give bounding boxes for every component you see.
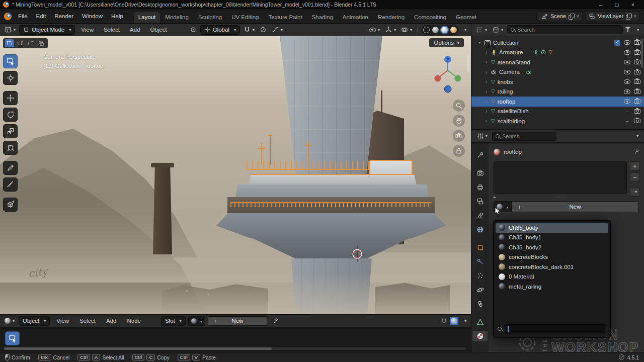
shading-dropdown-button[interactable]: [461, 25, 468, 35]
render-visibility-icon[interactable]: [634, 119, 640, 123]
menu-edit[interactable]: Edit: [32, 12, 50, 21]
outliner-search[interactable]: [507, 25, 623, 34]
tab-modifiers[interactable]: [472, 256, 488, 267]
expand-icon[interactable]: [484, 59, 489, 65]
slot-selector[interactable]: Slot: [161, 316, 186, 326]
snap-node-icon[interactable]: [441, 318, 447, 324]
material-slot-list[interactable]: [494, 161, 627, 194]
transform-pivot-button[interactable]: [188, 25, 198, 35]
add-cube-tool[interactable]: [3, 198, 18, 212]
blender-menu-icon[interactable]: [4, 13, 12, 20]
scene-selector[interactable]: Scene: [538, 11, 583, 21]
shader-node-area[interactable]: [0, 327, 471, 352]
tab-constraints[interactable]: [472, 299, 488, 309]
zoom-button[interactable]: [453, 100, 465, 112]
tab-sculpting[interactable]: Sculpting: [194, 12, 226, 23]
tab-render[interactable]: [472, 168, 488, 178]
tab-animation[interactable]: Animation: [338, 12, 373, 23]
select-set-button[interactable]: [5, 39, 14, 47]
outliner-filter-button[interactable]: [633, 25, 640, 35]
tab-particles[interactable]: [472, 270, 488, 281]
eye-icon[interactable]: [624, 99, 630, 104]
expand-icon[interactable]: [484, 69, 489, 75]
transform-orientation-selector[interactable]: Global: [200, 25, 240, 35]
eye-closed-icon[interactable]: [624, 119, 630, 123]
falloff-button[interactable]: [270, 25, 284, 35]
render-visibility-icon[interactable]: [634, 50, 640, 55]
outliner-item-knobs[interactable]: ▽ knobs: [471, 77, 644, 87]
menu-file[interactable]: File: [14, 12, 32, 21]
shading-material-button[interactable]: [440, 26, 449, 34]
close-button[interactable]: ×: [625, 2, 641, 8]
gizmo-y-axis[interactable]: [455, 75, 461, 82]
tab-view-layer[interactable]: [472, 196, 488, 207]
render-visibility-icon[interactable]: [634, 89, 640, 94]
viewport-3d[interactable]: Camera Perspective (17) Collection | roo…: [0, 36, 471, 314]
eye-icon[interactable]: [624, 60, 630, 64]
material-option-metal-railing[interactable]: metal_railing: [496, 282, 608, 292]
expand-icon[interactable]: [484, 109, 489, 114]
menu-render[interactable]: Render: [50, 12, 77, 21]
shader-menu-select[interactable]: Select: [75, 316, 100, 325]
material-search-input[interactable]: [505, 324, 606, 333]
material-option-concreteblocks[interactable]: concreteBlocks: [496, 252, 608, 262]
tab-tool[interactable]: [472, 150, 488, 160]
rotate-tool[interactable]: [3, 108, 18, 122]
tab-output[interactable]: [472, 182, 488, 193]
viewport-scrollbar[interactable]: [467, 55, 469, 72]
tab-texture-paint[interactable]: Texture Paint: [264, 12, 307, 23]
gizmo-x-axis[interactable]: [435, 75, 441, 82]
overlays-button[interactable]: [399, 25, 414, 35]
outliner-item-satellitedish[interactable]: ▽ satelliteDish: [471, 107, 644, 117]
shader-menu-add[interactable]: Add: [102, 316, 120, 325]
options-button[interactable]: Options: [429, 38, 464, 47]
properties-search-input[interactable]: [502, 133, 553, 139]
minimize-button[interactable]: –: [593, 2, 609, 8]
outliner-item-scalfolding[interactable]: ▽ scalfolding: [471, 116, 644, 126]
tab-geometry-nodes[interactable]: Geomet: [451, 12, 481, 23]
material-option-0-material[interactable]: 0 Material: [496, 272, 608, 282]
menu-add[interactable]: Add: [126, 25, 144, 34]
pin-icon[interactable]: [633, 149, 640, 155]
add-slot-button[interactable]: +: [630, 161, 640, 171]
menu-view[interactable]: View: [77, 25, 98, 34]
outliner-item-rooftop-selected[interactable]: ▽ rooftop: [471, 97, 644, 107]
annotate-tool[interactable]: [3, 161, 18, 175]
panel-grip[interactable]: [494, 194, 627, 201]
outliner-display-mode-button[interactable]: [491, 25, 505, 35]
tab-uv-editing[interactable]: UV Editing: [227, 12, 263, 23]
tab-scene[interactable]: [472, 210, 488, 221]
collection-checkbox[interactable]: [614, 40, 620, 46]
shader-menu-node[interactable]: Node: [123, 316, 145, 325]
material-option-ch35-body2[interactable]: Ch35_body2: [496, 242, 608, 252]
slot-specials-button[interactable]: [630, 187, 640, 197]
shader-select-box-tool[interactable]: [5, 331, 20, 345]
eye-icon[interactable]: [624, 79, 630, 84]
viewlayer-selector[interactable]: ViewLayer: [585, 11, 640, 21]
select-subtract-button[interactable]: [26, 39, 35, 47]
snap-button[interactable]: [242, 25, 256, 35]
material-option-concreteblocks-dark[interactable]: concreteBlocks_dark.001: [496, 262, 608, 272]
outliner-item-camera[interactable]: Camera: [471, 67, 644, 77]
tab-object-data[interactable]: [472, 317, 488, 327]
eye-icon[interactable]: [624, 40, 630, 45]
select-extend-button[interactable]: [16, 39, 25, 47]
outliner-item-railing[interactable]: ▽ railing: [471, 87, 644, 97]
tab-modeling[interactable]: Modeling: [160, 12, 193, 23]
expand-icon[interactable]: [484, 118, 489, 124]
tab-material[interactable]: [472, 331, 488, 341]
editor-type-button[interactable]: [3, 25, 17, 35]
remove-slot-button[interactable]: −: [630, 172, 640, 182]
tab-world[interactable]: [472, 224, 488, 235]
properties-search[interactable]: [492, 132, 556, 141]
filter-icon[interactable]: [625, 27, 631, 32]
shader-browse-material-button[interactable]: [188, 316, 205, 326]
material-option-ch35-body[interactable]: Ch35_body: [496, 223, 608, 233]
eye-icon[interactable]: [624, 89, 630, 94]
material-option-ch35-body1[interactable]: Ch35_body1: [496, 233, 608, 243]
shader-menu-view[interactable]: View: [52, 316, 73, 325]
shading-wireframe-button[interactable]: [422, 26, 431, 34]
lock-view-button[interactable]: [453, 145, 465, 157]
shader-preview-button[interactable]: [450, 317, 458, 325]
unlink-scene-icon[interactable]: [576, 14, 579, 19]
